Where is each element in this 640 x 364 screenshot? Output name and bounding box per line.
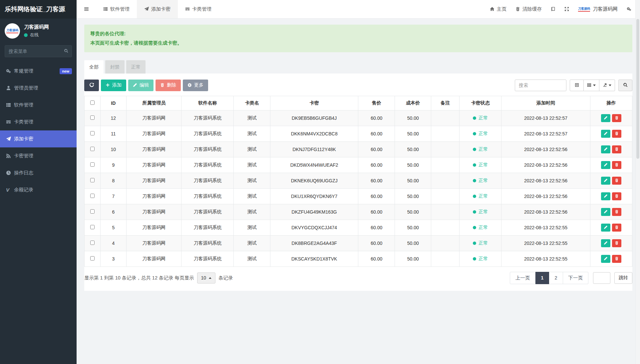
trash-icon [615,178,619,183]
sidebar-item-admins[interactable]: 管理员管理 [0,80,77,96]
row-edit-button[interactable] [601,177,610,185]
sidebar-item-card-types[interactable]: 卡类管理 [0,113,77,130]
cell-price: 60.00 [358,126,395,141]
status-dot-icon [473,148,476,151]
table-search-input[interactable] [515,80,566,91]
table-row: 7刀客源码网刀客源码系统测试DKU1XR6QYDKN6Y760.0050.00正… [85,188,632,204]
row-edit-button[interactable] [601,161,610,169]
scrollbar[interactable] [635,0,640,364]
refresh-icon [90,83,94,88]
docs-button[interactable] [551,7,555,12]
tab-add-cards[interactable]: 添加卡密 [137,0,178,18]
sidebar-item-add-cards[interactable]: 添加卡密 [0,130,77,147]
cell-status: 正常 [460,235,501,251]
column-header: 售价 [358,96,395,110]
column-header: 软件名称 [181,96,234,110]
row-checkbox[interactable] [90,209,95,214]
column-header: 操作 [590,96,632,110]
row-delete-button[interactable] [612,224,621,232]
sidebar-item-card-keys[interactable]: 卡密管理 [0,147,77,164]
filter-tab-normal[interactable]: 正常 [126,60,146,74]
row-checkbox[interactable] [90,162,95,167]
cell-software: 刀客源码系统 [181,110,234,126]
row-checkbox[interactable] [90,115,95,120]
sidebar-item-general[interactable]: 常规管理new [0,63,77,80]
row-delete-button[interactable] [612,145,621,153]
row-checkbox[interactable] [90,225,95,229]
home-link[interactable]: 主页 [490,6,506,12]
cell-admin: 刀客源码网 [127,110,181,126]
columns-button[interactable] [584,80,599,91]
search-button[interactable] [618,80,632,91]
pencil-icon [604,163,608,167]
export-button[interactable] [599,80,615,91]
book-icon [551,7,555,12]
status-dot-icon [473,116,476,120]
tab-software[interactable]: 软件管理 [96,0,137,18]
detail-view-button[interactable] [570,80,584,91]
site-logo[interactable]: 刀客源码 刀客源码网 [578,6,618,12]
top-navbar: 软件管理添加卡密卡类管理 主页 清除缓存 刀客源码 刀客 [77,0,640,19]
row-edit-button[interactable] [601,255,610,263]
hamburger-icon[interactable] [77,0,96,18]
row-checkbox[interactable] [90,256,95,261]
filter-tab-all[interactable]: 全部 [84,60,104,74]
select-all-checkbox[interactable] [90,100,95,105]
row-checkbox[interactable] [90,194,95,198]
page-size-select[interactable]: 10 [197,273,216,283]
scrollbar-thumb[interactable] [636,19,639,159]
jump-button[interactable]: 跳转 [614,272,632,284]
edit-button[interactable]: 编辑 [128,80,154,91]
page-2[interactable]: 2 [549,272,563,284]
sidebar-item-balance[interactable]: V余额记录 [0,181,77,198]
row-edit-button[interactable] [601,239,610,247]
row-edit-button[interactable] [601,114,610,122]
add-button[interactable]: 添加 [101,80,126,91]
page-prev[interactable]: 上一页 [510,272,536,284]
column-header: 备注 [431,96,460,110]
paper-plane-icon [144,7,149,12]
settings-button[interactable] [627,7,631,12]
sidebar-item-logs[interactable]: 操作日志 [0,164,77,181]
page-next[interactable]: 下一页 [563,272,589,284]
sidebar-item-software[interactable]: 软件管理 [0,96,77,113]
row-edit-button[interactable] [601,224,610,232]
rss-icon [6,153,14,159]
bars-icon [185,7,190,12]
cell-software: 刀客源码系统 [181,235,234,251]
page-1[interactable]: 1 [535,272,549,284]
fullscreen-button[interactable] [564,7,569,12]
row-edit-button[interactable] [601,208,610,216]
refresh-button[interactable] [84,80,99,91]
delete-button[interactable]: 删除 [156,80,181,91]
jump-page-input[interactable] [593,272,610,284]
cell-price: 60.00 [358,251,395,267]
pencil-icon [604,225,608,230]
cell-actions [590,235,632,251]
row-checkbox[interactable] [90,147,95,151]
row-edit-button[interactable] [601,130,610,138]
clear-cache-link[interactable]: 清除缓存 [515,6,542,12]
cell-time: 2022-08-13 22:52:55 [501,235,590,251]
row-delete-button[interactable] [612,130,621,138]
filter-tab-banned[interactable]: 封禁 [105,60,125,74]
table-row: 10刀客源码网刀客源码系统测试DKNJ7DFG112Y48K60.0050.00… [85,141,632,157]
menu-search-input[interactable] [5,45,72,57]
row-checkbox[interactable] [90,241,95,245]
row-edit-button[interactable] [601,192,610,200]
row-delete-button[interactable] [612,255,621,263]
row-checkbox[interactable] [90,131,95,135]
row-delete-button[interactable] [612,192,621,200]
avatar[interactable]: 刀客源码 [5,23,20,39]
trash-icon [615,194,619,199]
row-delete-button[interactable] [612,161,621,169]
row-checkbox[interactable] [90,178,95,182]
tab-card-types[interactable]: 卡类管理 [178,0,219,18]
row-delete-button[interactable] [612,114,621,122]
row-delete-button[interactable] [612,239,621,247]
more-button[interactable]: 更多 [183,80,208,91]
row-delete-button[interactable] [612,177,621,185]
cell-admin: 刀客源码网 [127,157,181,173]
row-delete-button[interactable] [612,208,621,216]
row-edit-button[interactable] [601,145,610,153]
